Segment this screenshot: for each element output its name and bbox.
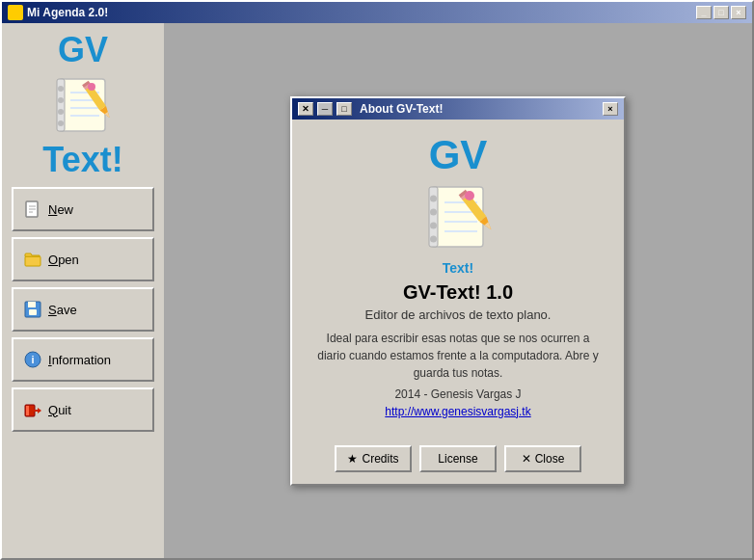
modal-year: 2014 - Genesis Vargas J: [311, 387, 605, 401]
svg-point-5: [58, 120, 64, 126]
logo-text: Text!: [42, 143, 122, 177]
credits-star-icon: ★: [347, 452, 358, 466]
modal-minimize-btn[interactable]: ─: [317, 102, 333, 116]
svg-point-32: [430, 195, 437, 201]
main-content: GV: [2, 23, 752, 558]
about-dialog: ✕ ─ □ About GV-Text! × GV: [290, 96, 626, 486]
sidebar-logo: GV: [42, 33, 122, 177]
main-titlebar: Mi Agenda 2.0! _ □ ×: [2, 2, 752, 23]
svg-text:i: i: [31, 354, 34, 365]
main-window: Mi Agenda 2.0! _ □ × GV: [0, 0, 754, 560]
modal-link[interactable]: http://www.genesisvargasj.tk: [311, 405, 605, 418]
new-button[interactable]: New: [12, 187, 154, 231]
folder-icon: [23, 250, 42, 269]
close-button[interactable]: ✕ Close: [504, 445, 581, 472]
svg-point-15: [88, 83, 95, 91]
svg-rect-22: [28, 302, 36, 307]
modal-gv: GV: [311, 135, 605, 175]
modal-desc1: Editor de archivos de texto plano.: [311, 307, 605, 322]
svg-point-4: [58, 109, 64, 115]
svg-marker-29: [38, 408, 41, 413]
floppy-icon: [23, 300, 42, 319]
license-label: License: [438, 452, 477, 466]
open-button[interactable]: Open: [12, 237, 154, 281]
minimize-button[interactable]: _: [696, 6, 712, 19]
svg-point-3: [58, 97, 64, 103]
modal-close-titlebar[interactable]: ×: [603, 102, 618, 116]
modal-overlay: ✕ ─ □ About GV-Text! × GV: [164, 23, 752, 558]
modal-title: About GV-Text!: [360, 102, 443, 116]
credits-button[interactable]: ★ Credits: [335, 445, 412, 472]
modal-buttons: ★ Credits License ✕ Close: [292, 445, 624, 484]
svg-point-35: [430, 235, 437, 242]
save-button[interactable]: Save: [12, 287, 154, 332]
info-icon: i: [23, 350, 42, 369]
app-icon: [8, 5, 23, 20]
svg-point-34: [430, 222, 437, 228]
information-button[interactable]: i Information: [12, 337, 154, 382]
titlebar-buttons: _ □ ×: [696, 6, 746, 19]
svg-rect-23: [29, 309, 37, 315]
modal-body: GV: [292, 120, 624, 445]
modal-titlebar-left: ✕ ─ □ About GV-Text!: [298, 102, 443, 116]
svg-rect-27: [26, 406, 29, 415]
logo-gv: GV: [42, 33, 122, 67]
modal-titlebar: ✕ ─ □ About GV-Text! ×: [292, 98, 624, 120]
quit-label: Quit: [48, 403, 71, 417]
maximize-button[interactable]: □: [714, 6, 729, 19]
close-x-icon: ✕: [522, 452, 531, 466]
quit-button[interactable]: Quit: [12, 387, 154, 432]
modal-appname: GV-Text! 1.0: [311, 281, 605, 304]
sidebar: GV: [2, 23, 164, 558]
titlebar-left: Mi Agenda 2.0!: [8, 5, 108, 20]
new-label: New: [48, 202, 73, 217]
right-area: ✕ ─ □ About GV-Text! × GV: [164, 23, 752, 558]
file-icon: [23, 200, 42, 219]
modal-text-label: Text!: [311, 260, 605, 276]
quit-icon: [23, 400, 42, 419]
sidebar-notebook-icon: [49, 71, 117, 139]
credits-label: Credits: [362, 452, 398, 466]
modal-maximize-btn[interactable]: □: [337, 102, 352, 116]
close-main-button[interactable]: ×: [731, 6, 746, 19]
license-button[interactable]: License: [419, 445, 497, 472]
modal-desc2: Ideal para escribir esas notas que se no…: [311, 330, 605, 382]
svg-rect-30: [431, 187, 483, 247]
save-label: Save: [48, 303, 77, 317]
svg-rect-20: [25, 256, 40, 266]
modal-x-left[interactable]: ✕: [298, 102, 313, 116]
open-label: Open: [48, 253, 79, 267]
svg-point-45: [465, 191, 474, 200]
modal-notebook-icon: [419, 179, 497, 256]
information-label: Information: [48, 353, 111, 367]
main-title: Mi Agenda 2.0!: [27, 6, 108, 19]
svg-point-2: [58, 86, 64, 92]
close-label: Close: [535, 452, 565, 466]
svg-point-33: [430, 208, 437, 215]
